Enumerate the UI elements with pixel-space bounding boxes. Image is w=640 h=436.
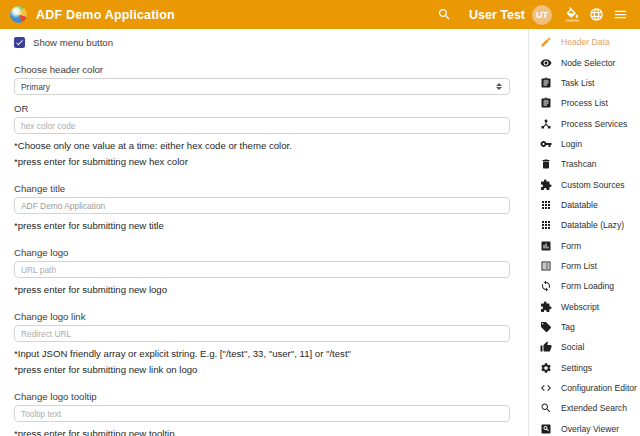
list-alt-icon bbox=[540, 260, 552, 272]
sidebar-item-task-list[interactable]: Task List bbox=[529, 73, 640, 93]
app-header: ADF Demo Application User Test UT bbox=[0, 0, 640, 29]
pencil-icon bbox=[540, 36, 552, 48]
sidebar-item-tag[interactable]: Tag bbox=[529, 317, 640, 337]
sidebar-item-extended-search[interactable]: Extended Search bbox=[529, 398, 640, 418]
sidebar-item-custom-sources[interactable]: Custom Sources bbox=[529, 174, 640, 194]
poll-chart-icon bbox=[540, 240, 552, 252]
code-icon bbox=[540, 382, 552, 394]
avatar[interactable]: UT bbox=[532, 5, 552, 25]
puzzle-icon bbox=[540, 301, 552, 313]
sidebar-item-label: Datatable bbox=[561, 200, 598, 210]
hint-text: *Input JSON friendly array or explicit s… bbox=[14, 348, 510, 359]
search-icon[interactable] bbox=[437, 7, 452, 22]
sidebar-item-label: Process List bbox=[561, 98, 608, 108]
hint-text: *Choose only one value at a time: either… bbox=[14, 140, 510, 151]
sidebar-item-label: Datatable (Lazy) bbox=[561, 220, 624, 230]
logo-tooltip-input[interactable] bbox=[14, 405, 510, 422]
tag-icon bbox=[540, 321, 552, 333]
sidebar-item-label: Form List bbox=[561, 261, 597, 271]
sidebar-item-label: Process Services bbox=[561, 119, 627, 129]
sidebar-item-label: Social bbox=[561, 342, 584, 352]
logo-url-input[interactable] bbox=[14, 261, 510, 278]
sidebar-item-label: Configuration Editor bbox=[561, 383, 637, 393]
search-icon bbox=[540, 402, 552, 414]
sidebar-item-label: Form bbox=[561, 241, 581, 251]
hint-text: *press enter for submitting new title bbox=[14, 220, 510, 231]
sidebar-item-trashcan[interactable]: Trashcan bbox=[529, 154, 640, 174]
or-label: OR bbox=[14, 103, 510, 114]
hint-text: *press enter for submitting new logo bbox=[14, 284, 510, 295]
eye-icon bbox=[540, 57, 552, 69]
sidebar-item-label: Login bbox=[561, 139, 582, 149]
change-title-label: Change title bbox=[14, 183, 510, 194]
grid-icon bbox=[540, 199, 552, 211]
sidebar-item-process-services[interactable]: Process Services bbox=[529, 113, 640, 133]
sidebar-item-label: Tag bbox=[561, 322, 575, 332]
sidebar-item-node-selector[interactable]: Node Selector bbox=[529, 52, 640, 72]
grid-icon bbox=[540, 219, 552, 231]
puzzle-icon bbox=[540, 179, 552, 191]
app-title: ADF Demo Application bbox=[36, 8, 175, 22]
sidebar-item-social[interactable]: Social bbox=[529, 337, 640, 357]
key-icon bbox=[540, 138, 552, 150]
change-logo-link-label: Change logo link bbox=[14, 311, 510, 322]
sidebar-item-datatable[interactable]: Datatable bbox=[529, 195, 640, 215]
change-logo-label: Change logo bbox=[14, 247, 510, 258]
change-logo-tooltip-label: Change logo tooltip bbox=[14, 391, 510, 402]
menu-icon[interactable] bbox=[613, 7, 628, 22]
sidebar-item-label: Node Selector bbox=[561, 58, 615, 68]
page-search-icon bbox=[540, 423, 552, 435]
hint-text: *press enter for submitting new hex colo… bbox=[14, 156, 510, 167]
select-arrows-icon bbox=[496, 83, 502, 90]
sidebar-item-label: Settings bbox=[561, 363, 592, 373]
app-logo-icon[interactable] bbox=[10, 6, 27, 23]
hint-text: *press enter for submitting new tooltip bbox=[14, 428, 510, 436]
settings-form: Show menu button Choose header color Pri… bbox=[0, 29, 528, 436]
app-window: ADF Demo Application User Test UT Show m… bbox=[0, 0, 640, 436]
format-color-fill-icon[interactable] bbox=[565, 7, 580, 22]
sidebar-item-login[interactable]: Login bbox=[529, 134, 640, 154]
sidebar-item-label: Task List bbox=[561, 78, 594, 88]
title-input[interactable] bbox=[14, 197, 510, 214]
logo-link-input[interactable] bbox=[14, 325, 510, 342]
clipboard-icon bbox=[540, 77, 552, 89]
sidebar-menu: Header DataNode SelectorTask ListProcess… bbox=[528, 29, 640, 436]
sidebar-item-process-list[interactable]: Process List bbox=[529, 93, 640, 113]
sidebar-item-label: Trashcan bbox=[561, 159, 597, 169]
sidebar-item-header-data[interactable]: Header Data bbox=[529, 32, 640, 52]
sidebar-item-label: Webscript bbox=[561, 302, 599, 312]
sidebar-item-overlay-viewer[interactable]: Overlay Viewer bbox=[529, 419, 640, 436]
sidebar-item-form-loading[interactable]: Form Loading bbox=[529, 276, 640, 296]
sidebar-item-settings[interactable]: Settings bbox=[529, 358, 640, 378]
globe-icon[interactable] bbox=[589, 7, 604, 22]
thumb-up-icon bbox=[540, 341, 552, 353]
sidebar-item-webscript[interactable]: Webscript bbox=[529, 296, 640, 316]
hex-color-input[interactable] bbox=[14, 117, 510, 134]
sidebar-item-form[interactable]: Form bbox=[529, 235, 640, 255]
show-menu-label: Show menu button bbox=[33, 37, 113, 48]
clipboard-icon bbox=[540, 97, 552, 109]
sidebar-item-form-list[interactable]: Form List bbox=[529, 256, 640, 276]
sidebar-item-label: Custom Sources bbox=[561, 180, 625, 190]
sidebar-item-datatable-lazy[interactable]: Datatable (Lazy) bbox=[529, 215, 640, 235]
header-color-selected-value: Primary bbox=[21, 82, 50, 92]
sidebar-item-label: Header Data bbox=[561, 37, 610, 47]
sync-icon bbox=[540, 280, 552, 292]
trash-icon bbox=[540, 158, 552, 170]
sidebar-item-label: Form Loading bbox=[561, 281, 614, 291]
sidebar-item-label: Overlay Viewer bbox=[561, 424, 619, 434]
header-color-label: Choose header color bbox=[14, 64, 510, 75]
header-color-select[interactable]: Primary bbox=[14, 78, 510, 95]
hint-text: *press enter for submitting new link on … bbox=[14, 364, 510, 375]
user-name[interactable]: User Test bbox=[469, 8, 525, 22]
show-menu-checkbox[interactable] bbox=[14, 37, 25, 48]
sidebar-item-configuration-editor[interactable]: Configuration Editor bbox=[529, 378, 640, 398]
sidebar-item-label: Extended Search bbox=[561, 403, 627, 413]
gear-icon bbox=[540, 362, 552, 374]
device-hub-icon bbox=[540, 118, 552, 130]
